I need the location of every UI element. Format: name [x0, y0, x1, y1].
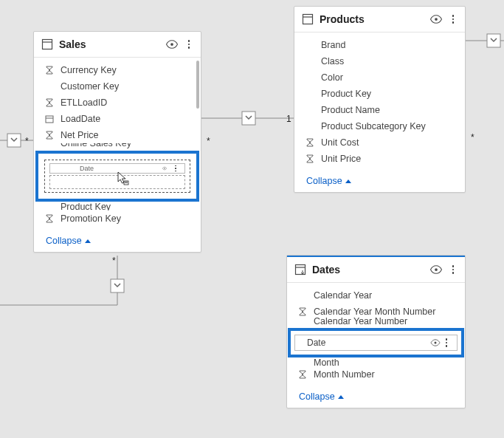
table-row[interactable]: Class: [300, 53, 459, 69]
table-row[interactable]: Promotion Key: [40, 211, 195, 227]
table-row-truncated: Month: [293, 357, 459, 366]
table-row[interactable]: Net Price: [40, 127, 195, 143]
blank-icon: [305, 105, 315, 115]
collapse-button[interactable]: Collapse: [34, 231, 201, 252]
drag-ghost-field[interactable]: Date: [49, 163, 185, 174]
visibility-icon[interactable]: [165, 38, 179, 51]
table-card-sales[interactable]: Sales Currency Key Customer Key ETLLoadI…: [33, 31, 201, 253]
svg-point-14: [164, 168, 165, 168]
more-options-icon: [171, 165, 180, 172]
more-options-icon[interactable]: [449, 265, 458, 274]
svg-rect-1: [7, 134, 21, 147]
sigma-icon: [305, 154, 315, 164]
table-fields-products: Brand Class Color Product Key Product Na…: [294, 32, 465, 171]
cardinality-many: *: [207, 136, 210, 146]
visibility-icon[interactable]: [429, 13, 443, 26]
blank-icon: [44, 81, 55, 92]
more-options-icon[interactable]: [449, 15, 458, 24]
drop-placeholder-row: [49, 175, 185, 189]
visibility-icon[interactable]: [430, 338, 441, 348]
svg-point-23: [435, 268, 438, 271]
sigma-icon: [44, 97, 55, 108]
table-row[interactable]: Product Name: [300, 102, 459, 118]
collapse-button[interactable]: Collapse: [287, 387, 465, 408]
svg-rect-8: [111, 279, 124, 292]
svg-rect-3: [242, 112, 255, 125]
table-title: Sales: [59, 38, 86, 50]
cardinality-many: *: [25, 136, 29, 146]
cardinality-one: 1: [286, 114, 291, 124]
scrollbar-thumb[interactable]: [196, 61, 199, 109]
collapse-button[interactable]: Collapse: [294, 171, 465, 192]
sigma-icon: [297, 369, 308, 380]
visibility-icon: [161, 165, 168, 172]
table-header-products[interactable]: Products: [294, 7, 465, 32]
sigma-icon: [44, 213, 55, 224]
svg-rect-5: [487, 34, 500, 47]
table-title: Dates: [312, 264, 340, 276]
table-header-dates[interactable]: Dates: [287, 256, 465, 283]
table-fields-sales: Currency Key Customer Key ETLLoadID Load…: [34, 58, 201, 231]
table-title: Products: [320, 13, 365, 25]
blank-icon: [305, 40, 315, 50]
blank-icon: [305, 72, 315, 83]
table-row[interactable]: Customer Key: [40, 78, 195, 95]
drop-target-dashed[interactable]: Date: [44, 160, 190, 193]
chevron-up-icon: [338, 395, 344, 399]
table-row[interactable]: LoadDate: [40, 111, 195, 127]
svg-rect-12: [46, 116, 53, 123]
selected-field-highlight[interactable]: Date: [288, 328, 464, 357]
blank-icon: [297, 290, 308, 301]
table-row[interactable]: Currency Key: [40, 62, 195, 78]
date-table-icon: [294, 264, 306, 276]
table-row-truncated: Product Key: [40, 202, 195, 211]
more-options-icon[interactable]: [184, 40, 193, 49]
chevron-up-icon: [85, 239, 91, 243]
sigma-icon: [305, 137, 315, 148]
table-row-truncated: Online Sales Key: [40, 143, 195, 151]
calendar-icon: [44, 114, 55, 124]
svg-point-20: [435, 18, 438, 21]
table-header-sales[interactable]: Sales: [34, 32, 201, 58]
table-row[interactable]: Month Number: [293, 366, 459, 383]
table-row[interactable]: Calendar Year: [293, 287, 459, 304]
blank-icon: [305, 56, 315, 66]
sigma-icon: [44, 65, 55, 75]
table-row[interactable]: Product Subcategory Key: [300, 118, 459, 134]
table-row-truncated: Calendar Year Number: [293, 316, 459, 324]
svg-point-11: [170, 43, 173, 46]
table-row[interactable]: Color: [300, 69, 459, 86]
chevron-up-icon: [345, 179, 351, 183]
more-options-icon[interactable]: [442, 338, 451, 347]
blank-icon: [305, 89, 315, 99]
selected-field-row[interactable]: Date: [294, 335, 458, 351]
svg-point-24: [435, 342, 437, 344]
table-row[interactable]: Unit Cost: [300, 134, 459, 151]
sigma-icon: [44, 130, 55, 140]
blank-icon: [305, 121, 315, 131]
table-card-products[interactable]: Products Brand Class Color Product Key P…: [294, 6, 466, 193]
table-row[interactable]: Product Key: [300, 86, 459, 102]
table-row[interactable]: Unit Price: [300, 151, 459, 167]
svg-rect-18: [303, 15, 313, 24]
visibility-icon[interactable]: [429, 263, 443, 276]
sigma-icon: [297, 307, 308, 317]
table-icon: [302, 13, 314, 25]
svg-rect-9: [43, 40, 52, 49]
table-fields-dates: Calendar Year Calendar Year Month Number…: [287, 283, 465, 387]
drop-target-highlight[interactable]: Date: [35, 151, 199, 202]
table-row[interactable]: Brand: [300, 37, 459, 53]
cardinality-many: *: [112, 256, 116, 266]
table-card-dates[interactable]: Dates Calendar Year Calendar Year Month …: [286, 255, 466, 408]
table-row[interactable]: ETLLoadID: [40, 95, 195, 111]
cardinality-many: *: [471, 132, 474, 143]
table-icon: [41, 38, 53, 50]
